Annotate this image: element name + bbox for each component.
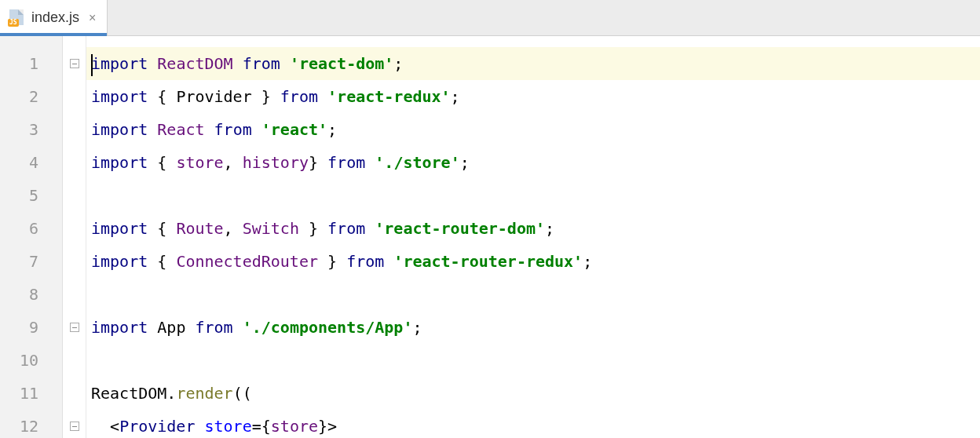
fold-marker[interactable] bbox=[63, 410, 86, 438]
token-punc bbox=[365, 153, 375, 172]
token-punc: }> bbox=[318, 417, 337, 436]
token-cls: Route bbox=[176, 219, 223, 238]
token-jsx: Provider bbox=[119, 417, 195, 436]
token-cls: React bbox=[157, 120, 204, 139]
token-punc bbox=[384, 252, 393, 271]
code-line[interactable]: ReactDOM.render(( bbox=[86, 377, 980, 410]
token-punc: } bbox=[318, 252, 346, 271]
token-kw: from bbox=[346, 252, 384, 271]
fold-marker bbox=[63, 344, 86, 377]
tab-label: index.js bbox=[31, 9, 79, 26]
token-punc bbox=[205, 120, 214, 139]
token-cls: ReactDOM bbox=[157, 54, 232, 73]
line-number[interactable]: 3 bbox=[0, 113, 62, 146]
token-punc: ; bbox=[412, 318, 422, 337]
fold-marker[interactable] bbox=[63, 311, 86, 344]
line-number[interactable]: 12 bbox=[0, 410, 62, 438]
token-kw: from bbox=[327, 153, 365, 172]
token-func: render bbox=[176, 384, 232, 403]
token-kw: import bbox=[91, 120, 148, 139]
token-punc: ; bbox=[451, 87, 460, 106]
token-cls: ConnectedRouter bbox=[176, 252, 318, 271]
code-line[interactable] bbox=[86, 278, 980, 311]
token-kw: import bbox=[91, 87, 148, 106]
token-punc bbox=[233, 318, 243, 337]
code-area[interactable]: import ReactDOM from 'react-dom';import … bbox=[86, 36, 980, 438]
token-punc bbox=[252, 120, 261, 139]
fold-marker bbox=[63, 179, 86, 212]
fold-marker bbox=[63, 377, 86, 410]
code-line[interactable] bbox=[86, 344, 980, 377]
editor-area: 123456789101112 import ReactDOM from 're… bbox=[0, 36, 980, 438]
token-kw: import bbox=[91, 54, 148, 73]
code-line[interactable]: import { store, history} from './store'; bbox=[86, 146, 980, 179]
line-number[interactable]: 9 bbox=[0, 311, 62, 344]
line-number[interactable]: 1 bbox=[0, 47, 62, 80]
fold-marker bbox=[63, 80, 86, 113]
fold-marker[interactable] bbox=[63, 47, 86, 80]
token-punc bbox=[148, 120, 157, 139]
token-kw: import bbox=[91, 252, 148, 271]
fold-minus-icon[interactable] bbox=[70, 323, 79, 332]
token-ident: ReactDOM bbox=[91, 384, 166, 403]
line-number[interactable]: 2 bbox=[0, 80, 62, 113]
text-cursor bbox=[91, 54, 93, 76]
line-number[interactable]: 10 bbox=[0, 344, 62, 377]
token-attr: store bbox=[205, 417, 252, 436]
token-punc bbox=[233, 54, 243, 73]
line-number-gutter[interactable]: 123456789101112 bbox=[0, 36, 63, 438]
fold-marker bbox=[63, 245, 86, 278]
token-str: 'react-redux' bbox=[327, 87, 451, 106]
token-punc: ; bbox=[460, 153, 470, 172]
token-str: 'react-router-redux' bbox=[393, 252, 583, 271]
token-kw: from bbox=[195, 318, 232, 337]
js-file-icon: JS bbox=[8, 9, 25, 27]
token-ident: App bbox=[157, 318, 185, 337]
token-str: 'react-dom' bbox=[290, 54, 393, 73]
token-str: './store' bbox=[375, 153, 459, 172]
token-kw: from bbox=[280, 87, 318, 106]
close-icon[interactable]: × bbox=[89, 11, 96, 25]
code-line[interactable]: import { ConnectedRouter } from 'react-r… bbox=[86, 245, 980, 278]
token-punc: ; bbox=[327, 120, 337, 139]
token-punc: { bbox=[148, 153, 176, 172]
token-kw: from bbox=[243, 54, 280, 73]
token-cls: Switch bbox=[243, 219, 299, 238]
code-line[interactable]: import App from './components/App'; bbox=[86, 311, 980, 344]
code-line[interactable]: import { Provider } from 'react-redux'; bbox=[86, 80, 980, 113]
token-punc: ; bbox=[583, 252, 592, 271]
line-number[interactable]: 6 bbox=[0, 212, 62, 245]
line-number[interactable]: 11 bbox=[0, 377, 62, 410]
fold-minus-icon[interactable] bbox=[70, 422, 79, 431]
code-line[interactable] bbox=[86, 179, 980, 212]
tab-index-js[interactable]: JS index.js × bbox=[0, 0, 108, 35]
token-punc bbox=[365, 219, 375, 238]
token-str: './components/App' bbox=[243, 318, 413, 337]
token-punc bbox=[148, 318, 157, 337]
fold-minus-icon[interactable] bbox=[70, 59, 79, 68]
token-punc bbox=[148, 54, 157, 73]
line-number[interactable]: 7 bbox=[0, 245, 62, 278]
token-cls: store bbox=[176, 153, 223, 172]
tab-bar: JS index.js × bbox=[0, 0, 980, 36]
token-punc: { bbox=[148, 87, 176, 106]
token-kw: from bbox=[327, 219, 365, 238]
line-number[interactable]: 4 bbox=[0, 146, 62, 179]
token-kw: import bbox=[91, 153, 148, 172]
fold-marker bbox=[63, 212, 86, 245]
code-line[interactable]: import ReactDOM from 'react-dom'; bbox=[86, 47, 980, 80]
code-line[interactable]: <Provider store={store}> bbox=[86, 410, 980, 438]
line-number[interactable]: 8 bbox=[0, 278, 62, 311]
token-punc: , bbox=[224, 153, 243, 172]
fold-gutter[interactable] bbox=[63, 36, 86, 438]
line-number[interactable]: 5 bbox=[0, 179, 62, 212]
token-punc: ; bbox=[545, 219, 554, 238]
token-punc: , bbox=[224, 219, 243, 238]
token-cls: history bbox=[243, 153, 309, 172]
code-line[interactable]: import { Route, Switch } from 'react-rou… bbox=[86, 212, 980, 245]
token-cls: store bbox=[271, 417, 318, 436]
token-punc: } bbox=[299, 219, 327, 238]
token-ident: Provider bbox=[176, 87, 251, 106]
code-line[interactable]: import React from 'react'; bbox=[86, 113, 980, 146]
fold-marker bbox=[63, 113, 86, 146]
